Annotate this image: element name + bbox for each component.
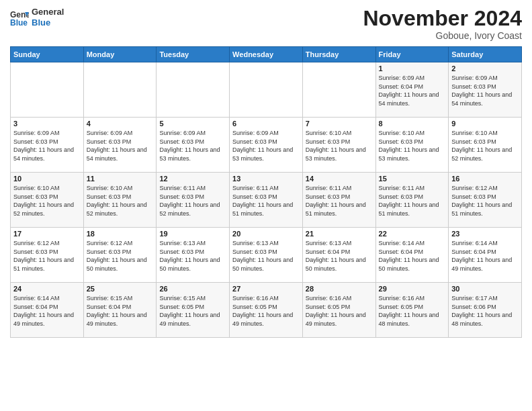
calendar-week-3: 10Sunrise: 6:10 AM Sunset: 6:03 PM Dayli… [11,173,522,228]
calendar-cell: 27Sunrise: 6:16 AM Sunset: 6:05 PM Dayli… [230,283,303,338]
day-number: 17 [13,230,81,238]
calendar-week-1: 1Sunrise: 6:09 AM Sunset: 6:04 PM Daylig… [11,62,522,118]
day-info: Sunrise: 6:13 AM Sunset: 6:03 PM Dayligh… [159,239,226,273]
calendar-cell: 17Sunrise: 6:12 AM Sunset: 6:03 PM Dayli… [11,228,84,283]
weekday-header-thursday: Thursday [302,47,375,62]
calendar-cell: 23Sunrise: 6:14 AM Sunset: 6:04 PM Dayli… [449,228,522,283]
calendar-cell: 20Sunrise: 6:13 AM Sunset: 6:03 PM Dayli… [230,228,303,283]
calendar-cell [157,62,230,118]
day-info: Sunrise: 6:09 AM Sunset: 6:03 PM Dayligh… [451,74,519,107]
day-info: Sunrise: 6:15 AM Sunset: 6:05 PM Dayligh… [159,294,226,328]
calendar-cell: 25Sunrise: 6:15 AM Sunset: 6:04 PM Dayli… [83,283,157,338]
logo-general: General [32,7,64,17]
day-info: Sunrise: 6:09 AM Sunset: 6:04 PM Dayligh… [379,74,446,107]
day-number: 12 [159,175,226,183]
day-info: Sunrise: 6:09 AM Sunset: 6:03 PM Dayligh… [13,129,81,163]
day-number: 1 [379,64,446,73]
day-number: 5 [159,120,226,128]
logo-blue: Blue [32,17,64,28]
weekday-header-tuesday: Tuesday [157,47,230,62]
day-info: Sunrise: 6:16 AM Sunset: 6:05 PM Dayligh… [306,294,373,328]
day-info: Sunrise: 6:12 AM Sunset: 6:03 PM Dayligh… [451,184,519,218]
calendar-cell: 19Sunrise: 6:13 AM Sunset: 6:03 PM Dayli… [157,228,230,283]
day-info: Sunrise: 6:12 AM Sunset: 6:03 PM Dayligh… [87,239,154,273]
calendar-table: SundayMondayTuesdayWednesdayThursdayFrid… [10,46,522,338]
calendar-cell: 3Sunrise: 6:09 AM Sunset: 6:03 PM Daylig… [11,118,84,173]
calendar-cell: 26Sunrise: 6:15 AM Sunset: 6:05 PM Dayli… [157,283,230,338]
title-block: November 2024 Goboue, Ivory Coast [363,7,522,41]
day-number: 15 [379,175,446,183]
calendar-cell: 5Sunrise: 6:09 AM Sunset: 6:03 PM Daylig… [157,118,230,173]
day-number: 4 [87,120,154,128]
calendar-cell: 11Sunrise: 6:10 AM Sunset: 6:03 PM Dayli… [83,173,157,228]
day-number: 25 [87,285,154,293]
calendar-cell: 28Sunrise: 6:16 AM Sunset: 6:05 PM Dayli… [302,283,375,338]
day-info: Sunrise: 6:11 AM Sunset: 6:03 PM Dayligh… [379,184,446,218]
day-info: Sunrise: 6:16 AM Sunset: 6:05 PM Dayligh… [379,294,446,328]
day-info: Sunrise: 6:10 AM Sunset: 6:03 PM Dayligh… [87,184,154,218]
calendar-cell [230,62,303,118]
day-number: 23 [451,230,519,238]
calendar-cell: 15Sunrise: 6:11 AM Sunset: 6:03 PM Dayli… [375,173,449,228]
day-info: Sunrise: 6:11 AM Sunset: 6:03 PM Dayligh… [232,184,300,218]
calendar-cell: 13Sunrise: 6:11 AM Sunset: 6:03 PM Dayli… [230,173,303,228]
calendar-cell: 8Sunrise: 6:10 AM Sunset: 6:03 PM Daylig… [375,118,449,173]
calendar-header-row: SundayMondayTuesdayWednesdayThursdayFrid… [11,47,522,62]
day-number: 22 [379,230,446,238]
day-number: 24 [13,285,81,293]
day-info: Sunrise: 6:14 AM Sunset: 6:04 PM Dayligh… [13,294,81,328]
calendar-cell [302,62,375,118]
location: Goboue, Ivory Coast [363,30,522,41]
day-number: 8 [379,120,446,128]
calendar-cell: 7Sunrise: 6:10 AM Sunset: 6:03 PM Daylig… [302,118,375,173]
day-info: Sunrise: 6:16 AM Sunset: 6:05 PM Dayligh… [232,294,300,328]
calendar-cell: 9Sunrise: 6:10 AM Sunset: 6:03 PM Daylig… [449,118,522,173]
day-info: Sunrise: 6:10 AM Sunset: 6:03 PM Dayligh… [13,184,81,218]
calendar-week-2: 3Sunrise: 6:09 AM Sunset: 6:03 PM Daylig… [11,118,522,173]
calendar-cell [11,62,84,118]
day-number: 11 [87,175,154,183]
calendar-cell: 12Sunrise: 6:11 AM Sunset: 6:03 PM Dayli… [157,173,230,228]
day-number: 29 [379,285,446,293]
weekday-header-saturday: Saturday [449,47,522,62]
day-number: 30 [451,285,519,293]
calendar-cell: 30Sunrise: 6:17 AM Sunset: 6:06 PM Dayli… [449,283,522,338]
day-number: 2 [451,64,519,73]
calendar-cell [83,62,157,118]
page-header: General Blue General Blue November 2024 … [10,7,522,41]
day-info: Sunrise: 6:15 AM Sunset: 6:04 PM Dayligh… [87,294,154,328]
calendar-cell: 16Sunrise: 6:12 AM Sunset: 6:03 PM Dayli… [449,173,522,228]
day-info: Sunrise: 6:11 AM Sunset: 6:03 PM Dayligh… [159,184,226,218]
day-info: Sunrise: 6:09 AM Sunset: 6:03 PM Dayligh… [232,129,300,163]
logo: General Blue General Blue [10,7,64,28]
day-number: 16 [451,175,519,183]
logo-icon: General Blue [10,8,29,27]
calendar-cell: 24Sunrise: 6:14 AM Sunset: 6:04 PM Dayli… [11,283,84,338]
calendar-cell: 22Sunrise: 6:14 AM Sunset: 6:04 PM Dayli… [375,228,449,283]
calendar-cell: 2Sunrise: 6:09 AM Sunset: 6:03 PM Daylig… [449,62,522,118]
day-number: 19 [159,230,226,238]
day-info: Sunrise: 6:09 AM Sunset: 6:03 PM Dayligh… [87,129,154,163]
day-info: Sunrise: 6:10 AM Sunset: 6:03 PM Dayligh… [379,129,446,163]
calendar-cell: 10Sunrise: 6:10 AM Sunset: 6:03 PM Dayli… [11,173,84,228]
day-info: Sunrise: 6:14 AM Sunset: 6:04 PM Dayligh… [451,239,519,273]
weekday-header-friday: Friday [375,47,449,62]
day-number: 14 [306,175,373,183]
day-number: 3 [13,120,81,128]
day-number: 18 [87,230,154,238]
day-info: Sunrise: 6:13 AM Sunset: 6:03 PM Dayligh… [232,239,300,273]
day-info: Sunrise: 6:13 AM Sunset: 6:04 PM Dayligh… [306,239,373,273]
day-number: 21 [306,230,373,238]
day-info: Sunrise: 6:10 AM Sunset: 6:03 PM Dayligh… [306,129,373,163]
calendar-cell: 21Sunrise: 6:13 AM Sunset: 6:04 PM Dayli… [302,228,375,283]
day-number: 7 [306,120,373,128]
day-number: 20 [232,230,300,238]
day-info: Sunrise: 6:14 AM Sunset: 6:04 PM Dayligh… [379,239,446,273]
month-title: November 2024 [363,7,522,30]
svg-text:Blue: Blue [10,18,28,27]
weekday-header-sunday: Sunday [11,47,84,62]
day-number: 27 [232,285,300,293]
day-number: 10 [13,175,81,183]
weekday-header-monday: Monday [83,47,157,62]
calendar-cell: 4Sunrise: 6:09 AM Sunset: 6:03 PM Daylig… [83,118,157,173]
